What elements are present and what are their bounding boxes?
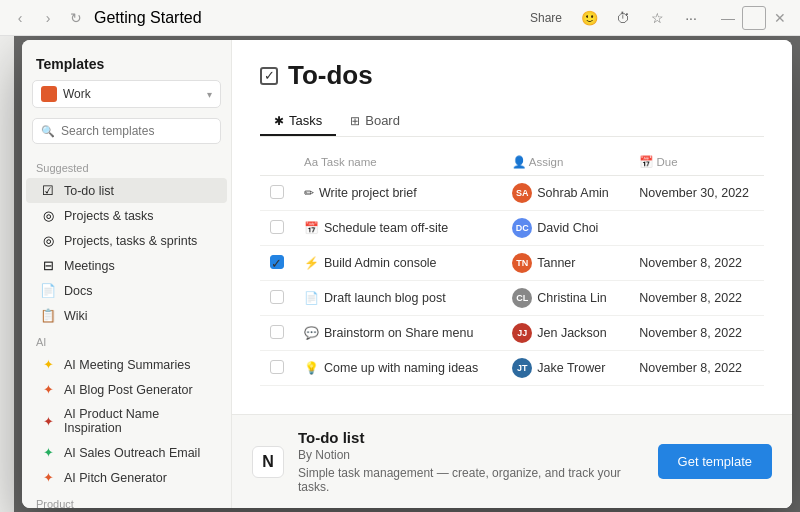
tabs-row: ✱ Tasks ⊞ Board bbox=[260, 107, 764, 137]
ai-pitch-icon: ✦ bbox=[40, 470, 56, 485]
assignee-name: Tanner bbox=[537, 256, 575, 270]
nav-controls: ‹ › ↻ bbox=[8, 6, 88, 30]
workspace-icon bbox=[41, 86, 57, 102]
workspace-selector[interactable]: Work ▾ bbox=[32, 80, 221, 108]
modal-background: Templates Work ▾ 🔍 Suggested bbox=[14, 36, 800, 512]
row-checkbox[interactable] bbox=[270, 325, 284, 339]
template-item-label: AI Pitch Generator bbox=[64, 471, 167, 485]
assignee-name: David Choi bbox=[537, 221, 598, 235]
row-checkbox[interactable] bbox=[270, 360, 284, 374]
window-controls: — ✕ bbox=[716, 6, 792, 30]
row-task-name: ⚡Build Admin console bbox=[294, 246, 502, 281]
task-type-icon: ✏ bbox=[304, 186, 314, 200]
row-checkbox[interactable]: ✓ bbox=[270, 255, 284, 269]
section-ai: AI bbox=[22, 328, 231, 352]
section-suggested: Suggested bbox=[22, 154, 231, 178]
assignee-name: Jake Trower bbox=[537, 361, 605, 375]
projects-sprints-icon: ◎ bbox=[40, 233, 56, 248]
table-row[interactable]: 💡Come up with naming ideasJTJake TrowerN… bbox=[260, 351, 764, 386]
table-row[interactable]: 📅Schedule team off-siteDCDavid Choi bbox=[260, 211, 764, 246]
avatar: TN bbox=[512, 253, 532, 273]
task-type-icon: 💬 bbox=[304, 326, 319, 340]
row-due-date bbox=[629, 211, 764, 246]
assignee-name: Sohrab Amin bbox=[537, 186, 609, 200]
tasks-tab-icon: ✱ bbox=[274, 114, 284, 128]
row-assignee: TNTanner bbox=[502, 246, 629, 281]
template-item-ai-sales[interactable]: ✦ AI Sales Outreach Email bbox=[26, 440, 227, 465]
template-item-meetings[interactable]: ⊟ Meetings bbox=[26, 253, 227, 278]
task-type-icon: ⚡ bbox=[304, 256, 319, 270]
table-row[interactable]: 💬Brainstorm on Share menuJJJen JacksonNo… bbox=[260, 316, 764, 351]
todo-icon: ☑ bbox=[40, 183, 56, 198]
avatar: DC bbox=[512, 218, 532, 238]
bottom-title: To-do list bbox=[298, 429, 644, 446]
avatar: JT bbox=[512, 358, 532, 378]
clock-icon[interactable]: ⏱ bbox=[610, 5, 636, 31]
row-checkbox[interactable] bbox=[270, 290, 284, 304]
template-item-label: Projects, tasks & sprints bbox=[64, 234, 197, 248]
breadcrumb-text: Getting Started bbox=[94, 9, 202, 27]
task-type-icon: 💡 bbox=[304, 361, 319, 375]
modal-overlay: Templates Work ▾ 🔍 Suggested bbox=[14, 36, 800, 512]
tab-tasks[interactable]: ✱ Tasks bbox=[260, 107, 336, 136]
maximize-button[interactable] bbox=[742, 6, 766, 30]
template-item-projects[interactable]: ◎ Projects & tasks bbox=[26, 203, 227, 228]
row-assignee: SASohrab Amin bbox=[502, 176, 629, 211]
avatar: CL bbox=[512, 288, 532, 308]
col-header-assign: 👤 Assign bbox=[502, 149, 629, 176]
minimize-button[interactable]: — bbox=[716, 6, 740, 30]
avatar: JJ bbox=[512, 323, 532, 343]
star-icon[interactable]: ☆ bbox=[644, 5, 670, 31]
col-header-due: 📅 Due bbox=[629, 149, 764, 176]
get-template-button[interactable]: Get template bbox=[658, 444, 772, 479]
meetings-icon: ⊟ bbox=[40, 258, 56, 273]
assignee-name: Jen Jackson bbox=[537, 326, 606, 340]
emoji-icon[interactable]: 🙂 bbox=[576, 5, 602, 31]
col-header-checkbox bbox=[260, 149, 294, 176]
templates-main: ✓ To-dos ✱ Tasks ⊞ Board bbox=[232, 40, 792, 508]
close-button[interactable]: ✕ bbox=[768, 6, 792, 30]
refresh-button[interactable]: ↻ bbox=[64, 6, 88, 30]
ai-blog-icon: ✦ bbox=[40, 382, 56, 397]
template-item-ai-blog[interactable]: ✦ AI Blog Post Generator bbox=[26, 377, 227, 402]
sidebar-header: Templates bbox=[22, 40, 231, 80]
row-checkbox[interactable] bbox=[270, 220, 284, 234]
preview-checkbox-icon: ✓ bbox=[260, 67, 278, 85]
template-item-todo[interactable]: ☑ To-do list bbox=[26, 178, 227, 203]
template-item-label: Meetings bbox=[64, 259, 115, 273]
template-item-ai-pitch[interactable]: ✦ AI Pitch Generator bbox=[26, 465, 227, 490]
table-row[interactable]: 📄Draft launch blog postCLChristina LinNo… bbox=[260, 281, 764, 316]
template-item-ai-meetings[interactable]: ✦ AI Meeting Summaries bbox=[26, 352, 227, 377]
top-bar: ‹ › ↻ Getting Started Share 🙂 ⏱ ☆ ··· — … bbox=[0, 0, 800, 36]
templates-sidebar: Templates Work ▾ 🔍 Suggested bbox=[22, 40, 232, 508]
forward-button[interactable]: › bbox=[36, 6, 60, 30]
share-button[interactable]: Share bbox=[524, 9, 568, 27]
breadcrumb: Getting Started bbox=[94, 9, 518, 27]
search-input[interactable] bbox=[61, 124, 212, 138]
main-layout: Templates Work ▾ 🔍 Suggested bbox=[0, 36, 800, 512]
row-checkbox-cell: ✓ bbox=[260, 246, 294, 281]
template-item-wiki[interactable]: 📋 Wiki bbox=[26, 303, 227, 328]
back-button[interactable]: ‹ bbox=[8, 6, 32, 30]
table-row[interactable]: ✏Write project briefSASohrab AminNovembe… bbox=[260, 176, 764, 211]
tab-board[interactable]: ⊞ Board bbox=[336, 107, 414, 136]
board-tab-icon: ⊞ bbox=[350, 114, 360, 128]
top-bar-right: Share 🙂 ⏱ ☆ ··· — ✕ bbox=[524, 5, 792, 31]
template-item-docs[interactable]: 📄 Docs bbox=[26, 278, 227, 303]
row-task-name: 📄Draft launch blog post bbox=[294, 281, 502, 316]
row-task-name: ✏Write project brief bbox=[294, 176, 502, 211]
row-checkbox[interactable] bbox=[270, 185, 284, 199]
template-item-ai-product[interactable]: ✦ AI Product Name Inspiration bbox=[26, 402, 227, 440]
tab-tasks-label: Tasks bbox=[289, 113, 322, 128]
template-item-projects-sprints[interactable]: ◎ Projects, tasks & sprints bbox=[26, 228, 227, 253]
assignee-name: Christina Lin bbox=[537, 291, 606, 305]
notion-icon: N bbox=[252, 446, 284, 478]
row-task-name: 💬Brainstorm on Share menu bbox=[294, 316, 502, 351]
bottom-by: By Notion bbox=[298, 448, 644, 462]
template-item-label: Docs bbox=[64, 284, 92, 298]
row-checkbox-cell bbox=[260, 351, 294, 386]
templates-modal: Templates Work ▾ 🔍 Suggested bbox=[22, 40, 792, 508]
row-due-date: November 8, 2022 bbox=[629, 246, 764, 281]
table-row[interactable]: ✓⚡Build Admin consoleTNTannerNovember 8,… bbox=[260, 246, 764, 281]
more-icon[interactable]: ··· bbox=[678, 5, 704, 31]
